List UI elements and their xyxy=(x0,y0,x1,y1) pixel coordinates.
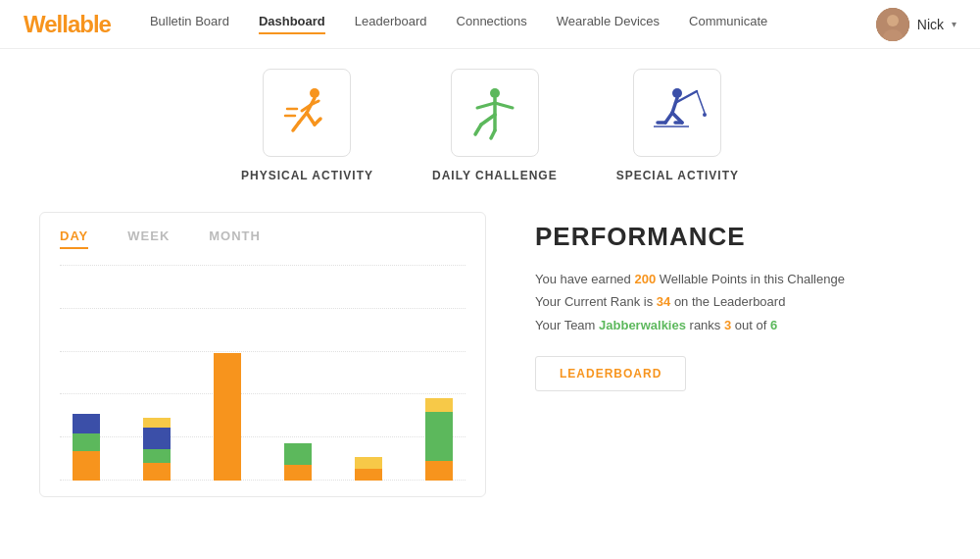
bar-segment xyxy=(355,457,382,469)
chart-tab-month[interactable]: MONTH xyxy=(209,229,261,249)
special-activity-icon-box xyxy=(633,69,721,157)
svg-line-15 xyxy=(477,103,495,108)
special-activity-card[interactable]: SPECIAL ACTIVITY xyxy=(616,69,739,182)
svg-line-24 xyxy=(697,91,705,113)
svg-line-26 xyxy=(665,113,672,123)
bar-segment xyxy=(425,398,453,412)
user-name-label: Nick xyxy=(917,17,944,32)
chart-tabs: DAY WEEK MONTH xyxy=(60,229,466,249)
physical-activity-label: PHYSICAL ACTIVITY xyxy=(241,169,373,182)
points-suffix: Wellable Points in this Challenge xyxy=(656,272,845,286)
bar-segment xyxy=(73,414,100,433)
team-suffix: ranks xyxy=(686,318,724,332)
performance-title: PERFORMANCE xyxy=(535,222,941,252)
special-activity-label: SPECIAL ACTIVITY xyxy=(616,169,739,182)
nav-wearable-devices[interactable]: Wearable Devices xyxy=(557,14,660,34)
points-value: 200 xyxy=(634,272,656,286)
team-name: Jabberwalkies xyxy=(599,318,686,332)
bar-segment xyxy=(73,433,100,451)
svg-point-1 xyxy=(887,15,899,26)
svg-line-8 xyxy=(293,123,299,130)
svg-line-7 xyxy=(299,113,307,123)
daily-challenge-icon-box xyxy=(451,69,539,157)
nav-leaderboard[interactable]: Leaderboard xyxy=(355,14,427,34)
nav-bulletin-board[interactable]: Bulletin Board xyxy=(150,14,229,34)
bar-segment xyxy=(143,449,171,463)
nav-connections[interactable]: Connections xyxy=(457,14,527,34)
svg-point-25 xyxy=(703,113,707,117)
bar-segment xyxy=(425,412,453,461)
user-menu[interactable]: Nick ▾ xyxy=(876,8,956,41)
activity-cards: PHYSICAL ACTIVITY xyxy=(39,69,941,182)
avatar-image xyxy=(876,8,909,41)
chart-grid xyxy=(60,265,466,481)
physical-activity-card[interactable]: PHYSICAL ACTIVITY xyxy=(241,69,373,182)
chart-container: DAY WEEK MONTH xyxy=(39,212,486,497)
logo[interactable]: Wellable xyxy=(24,11,111,38)
bar-group-3 xyxy=(271,443,324,481)
svg-line-17 xyxy=(481,115,495,125)
performance-text: You have earned 200 Wellable Points in t… xyxy=(535,268,941,336)
bottom-section: DAY WEEK MONTH PERFORMANCE You have earn… xyxy=(39,212,941,497)
team-total: 6 xyxy=(770,318,777,332)
daily-challenge-label: DAILY CHALLENGE xyxy=(432,169,558,182)
fishing-icon xyxy=(648,83,707,142)
bar-segment xyxy=(425,461,453,481)
chart-area xyxy=(60,265,466,481)
bar-group-2 xyxy=(201,353,254,481)
bar-group-1 xyxy=(130,418,183,481)
bar-segment xyxy=(143,428,171,449)
bar-segment xyxy=(73,451,100,481)
nav-communicate[interactable]: Communicate xyxy=(689,14,767,34)
team-total-prefix: out of xyxy=(731,318,770,332)
rank-label: Your Current Rank is xyxy=(535,294,657,309)
physical-activity-icon-box xyxy=(263,69,351,157)
user-chevron-icon: ▾ xyxy=(952,19,956,29)
svg-line-22 xyxy=(672,98,677,113)
leaderboard-button[interactable]: LEADERBOARD xyxy=(535,356,686,391)
bar-group-4 xyxy=(342,457,395,481)
bar-segment xyxy=(143,418,171,428)
performance-section: PERFORMANCE You have earned 200 Wellable… xyxy=(515,212,941,497)
points-label: You have earned xyxy=(535,272,634,286)
svg-line-20 xyxy=(491,130,495,138)
chart-tab-day[interactable]: DAY xyxy=(60,229,88,249)
rank-suffix: on the Leaderboard xyxy=(670,294,785,309)
balance-icon xyxy=(466,83,524,142)
bar-segment xyxy=(143,463,171,481)
rank-value: 34 xyxy=(657,294,670,309)
bar-segment xyxy=(284,443,312,465)
nav-links: Bulletin Board Dashboard Leaderboard Con… xyxy=(150,14,876,34)
svg-line-10 xyxy=(315,119,320,125)
bar-group-0 xyxy=(60,414,113,481)
bar-segment xyxy=(214,353,241,481)
daily-challenge-card[interactable]: DAILY CHALLENGE xyxy=(432,69,558,182)
bar-group-5 xyxy=(413,398,466,481)
avatar xyxy=(876,8,909,41)
team-label: Your Team xyxy=(535,318,599,332)
bar-segment xyxy=(284,465,312,481)
bar-segment xyxy=(355,469,382,481)
main-content: PHYSICAL ACTIVITY xyxy=(0,49,980,517)
svg-line-16 xyxy=(495,103,513,108)
svg-line-18 xyxy=(475,125,481,134)
navbar: Wellable Bulletin Board Dashboard Leader… xyxy=(0,0,980,49)
nav-dashboard[interactable]: Dashboard xyxy=(259,14,325,34)
run-icon xyxy=(277,83,336,142)
svg-line-9 xyxy=(307,113,315,125)
chart-tab-week[interactable]: WEEK xyxy=(127,229,170,249)
